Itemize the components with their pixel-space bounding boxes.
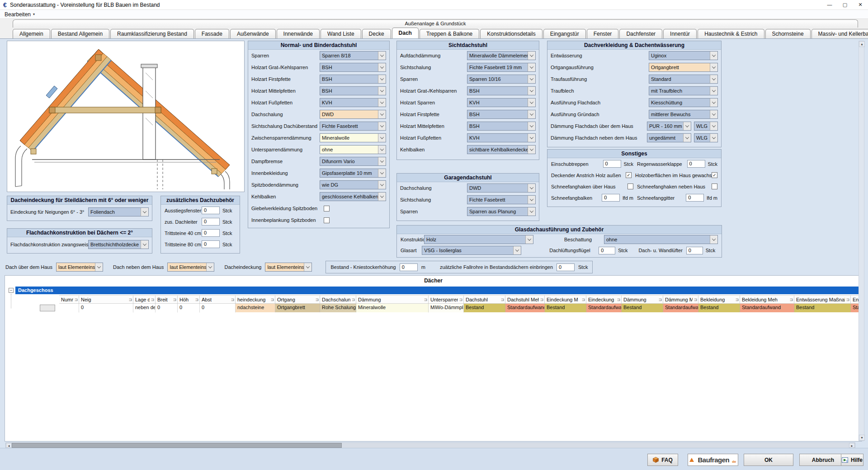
glasart-dropdown[interactable]: VSG - Isolierglas — [422, 246, 521, 255]
table-cell[interactable]: 0 — [156, 304, 178, 312]
dropdown[interactable]: KVH — [320, 98, 386, 107]
dropdown[interactable]: Kiesschüttung — [649, 98, 718, 107]
column-header[interactable]: Dachschalung — [320, 295, 356, 304]
flachdachkonstruktion-dropdown[interactable]: Brettschichtholzdecke — [88, 240, 149, 249]
chevron-down-icon[interactable] — [528, 122, 535, 130]
filter-pin-icon[interactable] — [151, 297, 154, 302]
column-header[interactable]: Ortgang — [275, 295, 320, 304]
filter-pin-icon[interactable] — [128, 297, 132, 302]
minimize-button[interactable]: — — [822, 0, 837, 9]
dropdown[interactable]: ohne — [320, 145, 386, 154]
chevron-down-icon[interactable] — [378, 52, 386, 60]
chevron-down-icon[interactable] — [378, 134, 386, 142]
filter-pin-icon[interactable] — [315, 297, 319, 302]
scroll-up-icon[interactable]: ▴ — [859, 41, 865, 47]
close-button[interactable]: ✕ — [853, 0, 868, 9]
dropdown[interactable]: Fichte Fasebrett — [467, 195, 536, 204]
ok-button[interactable]: OK — [744, 454, 793, 466]
count-input[interactable]: 0 — [202, 240, 220, 248]
table-cell[interactable]: Standardaufwand — [663, 304, 698, 312]
dropdown[interactable]: Sparren aus Planung — [467, 207, 536, 216]
chevron-down-icon[interactable] — [378, 75, 386, 83]
filter-pin-icon[interactable] — [735, 297, 739, 302]
abbruch-button[interactable]: Abbruch — [799, 454, 847, 466]
chevron-down-icon[interactable] — [710, 75, 717, 83]
tab[interactable]: Decke — [362, 29, 391, 38]
chevron-down-icon[interactable] — [378, 63, 386, 71]
column-header[interactable]: Dämmung — [622, 295, 663, 304]
dropdown[interactable]: Sparren 10/16 — [467, 75, 536, 84]
chevron-down-icon[interactable] — [710, 99, 717, 107]
chevron-down-icon[interactable] — [528, 52, 535, 60]
chevron-down-icon[interactable] — [378, 122, 386, 130]
table-cell[interactable]: Bestand — [698, 304, 740, 312]
scroll-left-icon[interactable]: ◂ — [6, 443, 12, 448]
tab[interactable]: Innenwände — [277, 29, 320, 38]
maximize-button[interactable]: ▢ — [837, 0, 853, 9]
column-header[interactable]: Neig — [79, 295, 133, 304]
chevron-down-icon[interactable] — [528, 184, 535, 192]
wlg-dropdown[interactable]: WLG — [694, 122, 718, 131]
chevron-down-icon[interactable] — [710, 122, 717, 130]
table-cell[interactable]: MiWo-Dämmplatte 80 mm — [429, 304, 464, 312]
dropdown[interactable]: Fichte Fasebrett 19 mm — [467, 63, 536, 72]
chevron-down-icon[interactable] — [528, 87, 535, 95]
table-cell[interactable]: Mineralwolle — [356, 304, 429, 312]
tab[interactable]: Innentür — [663, 29, 697, 38]
dropdown[interactable]: geschlossene Kehlbalkendecke — [320, 192, 386, 201]
chevron-down-icon[interactable] — [378, 99, 386, 107]
dropdown[interactable]: laut Elementeinstellung — [167, 263, 214, 272]
column-header[interactable]: Lage des Dach — [133, 295, 156, 304]
count-input[interactable]: 0 — [202, 229, 220, 237]
column-header[interactable]: Entwässerung Maßnahm — [794, 295, 851, 304]
checkbox[interactable]: ✓ — [712, 172, 717, 178]
hilfe-button[interactable]: ? Hilfe — [841, 454, 863, 466]
collapse-group-icon[interactable]: − — [9, 288, 14, 293]
table-cell[interactable]: Bestand — [464, 304, 505, 312]
chevron-down-icon[interactable] — [95, 263, 103, 271]
chevron-down-icon[interactable] — [528, 110, 535, 118]
dropdown[interactable]: Mineralwolle Dämmelement — [467, 51, 536, 60]
filter-pin-icon[interactable] — [789, 297, 793, 302]
count-input[interactable]: 0 — [599, 247, 615, 254]
chevron-down-icon[interactable] — [528, 196, 535, 204]
count-input[interactable]: 0 — [686, 247, 703, 254]
filter-pin-icon[interactable] — [195, 297, 198, 302]
tab[interactable]: Haustechnik & Estrich — [698, 29, 764, 38]
kniestock-input[interactable]: 0 — [400, 263, 418, 271]
column-header[interactable]: Bekleidung — [698, 295, 740, 304]
dropdown[interactable]: laut Elementeinstellung — [265, 263, 312, 272]
scroll-right-icon[interactable]: ▸ — [849, 443, 855, 448]
tab[interactable]: Raumklassifizierung Bestand — [110, 29, 194, 38]
dropdown[interactable]: BSH — [467, 86, 536, 95]
chevron-down-icon[interactable] — [206, 263, 214, 271]
column-header[interactable]: Höh — [178, 295, 200, 304]
konstruktion-dropdown[interactable]: Holz — [424, 235, 533, 244]
filter-pin-icon[interactable] — [424, 297, 427, 302]
tab[interactable]: Massiv- und Kellerbau — [811, 29, 868, 38]
count-input[interactable]: 0 — [687, 160, 705, 168]
table-cell[interactable] — [59, 304, 79, 312]
filter-pin-icon[interactable] — [231, 297, 234, 302]
chevron-down-icon[interactable] — [528, 99, 535, 107]
chevron-down-icon[interactable] — [378, 181, 386, 189]
table-cell[interactable]: Bestand — [622, 304, 663, 312]
table-cell[interactable]: 0 — [200, 304, 236, 312]
tab[interactable]: Bestand Allgemein — [51, 29, 109, 38]
chevron-down-icon[interactable] — [304, 263, 311, 271]
chevron-down-icon[interactable] — [528, 146, 535, 154]
vertical-scrollbar[interactable]: ▴ ▾ — [859, 41, 864, 441]
filter-pin-icon[interactable] — [658, 297, 662, 302]
dropdown[interactable]: PUR - 160 mm — [647, 122, 691, 131]
foliendach-dropdown[interactable]: Foliendach — [88, 207, 149, 216]
column-header[interactable]: Dachstuhl — [464, 295, 505, 304]
dropdown[interactable]: ungedämmt — [647, 133, 691, 142]
wlg-dropdown[interactable]: WLG — [694, 133, 718, 142]
fallrohre-input[interactable]: 0 — [557, 263, 575, 271]
faq-button[interactable]: FAQ — [647, 454, 678, 466]
chevron-down-icon[interactable] — [710, 110, 717, 118]
tab[interactable]: Außenwände — [230, 29, 276, 38]
tab[interactable]: Allgemein — [13, 29, 50, 38]
tab[interactable]: Wand Liste — [321, 29, 361, 38]
filter-pin-icon[interactable] — [581, 297, 585, 302]
